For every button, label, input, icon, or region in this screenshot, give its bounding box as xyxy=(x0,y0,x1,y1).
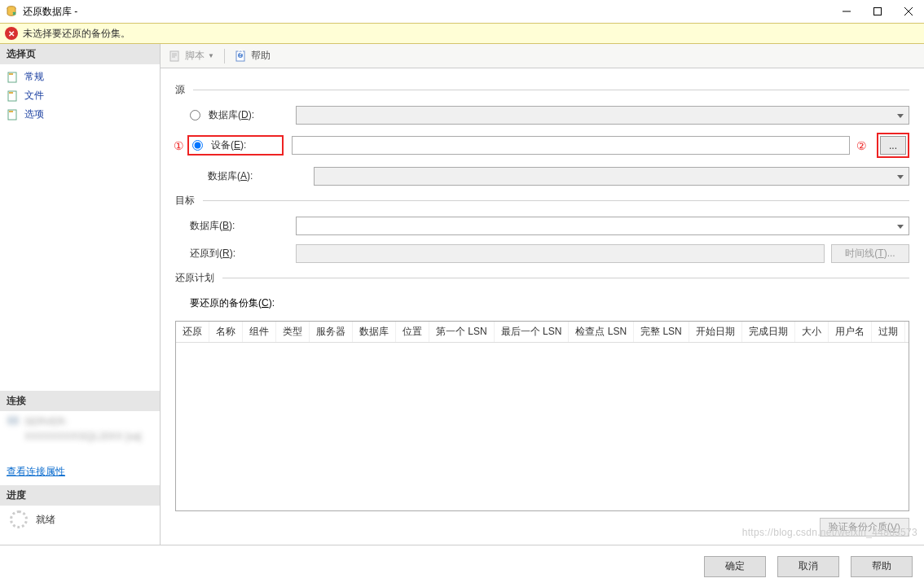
grid-column-header[interactable]: 检查点 LSN xyxy=(569,322,634,342)
svg-rect-12 xyxy=(8,421,18,424)
source-database-radio[interactable]: 数据库(D): xyxy=(190,108,296,122)
grid-column-header[interactable]: 大小 xyxy=(795,322,829,342)
help-button-footer[interactable]: 帮助 xyxy=(851,556,913,577)
toolbar-separator xyxy=(224,49,225,64)
source-device-radio[interactable]: 设备(E): xyxy=(187,135,284,156)
grid-column-header[interactable]: 数据库 xyxy=(353,322,396,342)
main-toolbar: 脚本 ▼ ? 帮助 xyxy=(161,44,924,68)
close-button[interactable] xyxy=(893,0,924,23)
svg-rect-13 xyxy=(170,51,178,61)
connection-info: SERVER-XXXXXXXX\SQL20XX [sa] xyxy=(0,411,160,447)
server-icon xyxy=(7,414,20,427)
backup-sets-grid[interactable]: 还原名称组件类型服务器数据库位置第一个 LSN最后一个 LSN检查点 LSN完整… xyxy=(175,321,909,511)
grid-column-header[interactable]: 完整 LSN xyxy=(634,322,689,342)
svg-rect-8 xyxy=(9,92,13,94)
progress-status: 就绪 xyxy=(0,506,160,545)
svg-rect-10 xyxy=(9,111,13,112)
sidebar-item-label: 常规 xyxy=(24,70,44,84)
help-button[interactable]: ? 帮助 xyxy=(231,47,274,64)
grid-column-header[interactable]: 名称 xyxy=(209,322,243,342)
annotation-2: ② xyxy=(856,139,867,152)
grid-column-header[interactable]: 用户名 xyxy=(829,322,872,342)
group-target: 目标 xyxy=(175,194,909,208)
source-database-combo[interactable] xyxy=(296,106,909,125)
grid-body xyxy=(176,343,909,510)
timeline-button: 时间线(T)... xyxy=(831,244,909,263)
svg-rect-2 xyxy=(874,8,882,15)
warning-text: 未选择要还原的备份集。 xyxy=(23,27,130,41)
ok-button[interactable]: 确定 xyxy=(704,556,766,577)
script-label: 脚本 xyxy=(185,49,205,63)
connection-header: 连接 xyxy=(0,391,160,411)
page-icon xyxy=(7,90,20,103)
svg-rect-11 xyxy=(8,417,18,420)
grid-column-header[interactable]: 服务器 xyxy=(310,322,353,342)
sidebar-item-options[interactable]: 选项 xyxy=(0,105,160,124)
help-label: 帮助 xyxy=(251,49,271,63)
window-title: 还原数据库 - xyxy=(23,5,831,19)
titlebar: 还原数据库 - xyxy=(0,0,924,23)
annotation-1: ① xyxy=(174,139,184,152)
grid-column-header[interactable]: 开始日期 xyxy=(689,322,742,342)
target-db-label: 数据库(B): xyxy=(190,219,296,233)
svg-rect-6 xyxy=(9,73,13,75)
restore-to-label: 还原到(R): xyxy=(190,247,296,261)
maximize-button[interactable] xyxy=(862,0,893,23)
grid-header: 还原名称组件类型服务器数据库位置第一个 LSN最后一个 LSN检查点 LSN完整… xyxy=(176,322,909,343)
grid-column-header[interactable]: 第一个 LSN xyxy=(429,322,495,342)
target-db-combo[interactable] xyxy=(296,217,909,235)
select-page-header: 选择页 xyxy=(0,44,160,64)
warning-bar: ✕ 未选择要还原的备份集。 xyxy=(0,23,924,44)
backupsets-label: 要还原的备份集(C): xyxy=(190,296,275,310)
grid-column-header[interactable]: 最后一个 LSN xyxy=(495,322,570,342)
progress-text: 就绪 xyxy=(36,513,55,527)
dialog-footer: 确定 取消 帮助 xyxy=(0,545,924,587)
sidebar-item-general[interactable]: 常规 xyxy=(0,68,160,86)
grid-column-header[interactable]: 类型 xyxy=(276,322,310,342)
source-db-combo[interactable] xyxy=(314,167,909,186)
cancel-button[interactable]: 取消 xyxy=(777,556,839,577)
grid-column-header[interactable]: 还原 xyxy=(176,322,209,342)
main-panel: 脚本 ▼ ? 帮助 源 数据库(D): ① 设备(E): xyxy=(161,44,924,545)
verify-media-button: 验证备份介质(V) xyxy=(820,518,909,537)
progress-icon xyxy=(10,510,28,528)
chevron-down-icon: ▼ xyxy=(208,52,214,59)
sidebar: 选择页 常规 文件 选项 连接 SERVER-XXXXXXXX\SQL20XX … xyxy=(0,44,161,545)
grid-column-header[interactable]: 组件 xyxy=(243,322,276,342)
app-icon xyxy=(5,5,18,18)
progress-header: 进度 xyxy=(0,485,160,506)
page-icon xyxy=(7,108,20,121)
view-connection-props-link[interactable]: 查看连接属性 xyxy=(0,458,160,485)
grid-column-header[interactable]: 完成日期 xyxy=(742,322,795,342)
sidebar-item-label: 文件 xyxy=(24,89,44,103)
group-source: 源 xyxy=(175,83,909,97)
sidebar-item-label: 选项 xyxy=(24,107,44,121)
grid-column-header[interactable]: 过期 xyxy=(872,322,905,342)
grid-column-header[interactable]: 位置 xyxy=(396,322,429,342)
source-device-input[interactable] xyxy=(292,136,850,155)
source-db-label: 数据库(A): xyxy=(208,169,314,183)
svg-text:?: ? xyxy=(238,50,244,59)
error-icon: ✕ xyxy=(5,27,18,40)
minimize-button[interactable] xyxy=(831,0,862,23)
browse-device-button[interactable]: ... xyxy=(880,136,906,155)
restore-to-input xyxy=(296,244,825,263)
sidebar-item-files[interactable]: 文件 xyxy=(0,86,160,105)
group-plan: 还原计划 xyxy=(175,271,909,285)
page-icon xyxy=(7,71,20,84)
script-button[interactable]: 脚本 ▼ xyxy=(165,47,218,64)
